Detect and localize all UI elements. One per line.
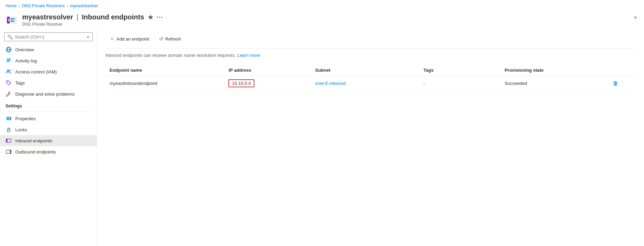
subnet-cell[interactable]: snet-E-inbound (311, 76, 419, 91)
breadcrumb-resolver[interactable]: myeastresolver (70, 3, 98, 8)
sidebar-item-activity-log-label: Activity log (15, 58, 37, 63)
bars-icon (6, 115, 12, 122)
sidebar-item-tags[interactable]: Tags (0, 77, 97, 88)
page-title: Inbound endpoints (82, 13, 144, 21)
sidebar-item-properties-label: Properties (15, 116, 36, 121)
svg-marker-21 (7, 140, 8, 142)
search-box[interactable]: 🔍 « (4, 32, 93, 41)
sidebar-item-properties[interactable]: Properties (0, 113, 97, 124)
resource-subtitle: DNS Private Resolver (22, 22, 628, 27)
col-header-subnet: Subnet (311, 65, 419, 76)
ip-address-cell: 10.10.0.4 (224, 76, 311, 91)
resource-icon (6, 14, 18, 26)
svg-rect-16 (8, 117, 9, 120)
delete-icon[interactable]: 🗑 (613, 80, 618, 86)
sidebar-item-overview[interactable]: Overview (0, 44, 97, 55)
breadcrumb-home[interactable]: Home (6, 3, 17, 8)
sidebar-item-outbound-label: Outbound endpoints (15, 149, 56, 155)
refresh-button[interactable]: ↺ Refresh (155, 34, 185, 44)
resource-name: myeastresolver (22, 13, 73, 21)
sidebar-item-activity-log[interactable]: Activity log (0, 55, 97, 66)
svg-point-12 (7, 70, 9, 72)
svg-rect-15 (7, 117, 8, 120)
delete-cell[interactable]: 🗑 (609, 76, 636, 91)
provisioning-state-cell: Succeeded (501, 76, 609, 91)
sidebar-item-locks-label: Locks (15, 127, 27, 132)
tags-cell: - (419, 76, 500, 91)
svg-rect-18 (7, 130, 10, 132)
endpoints-table: Endpoint name IP address Subnet Tags Pro… (105, 65, 636, 91)
globe-icon (6, 46, 12, 53)
inbound-icon (6, 138, 12, 144)
svg-rect-9 (7, 59, 11, 59)
sidebar-item-inbound-label: Inbound endpoints (15, 138, 52, 143)
sidebar-item-diagnose[interactable]: Diagnose and solve problems (0, 88, 97, 99)
svg-marker-24 (9, 151, 10, 153)
info-bar: Inbound endpoints can receive domain nam… (105, 53, 636, 58)
svg-rect-5 (11, 21, 14, 22)
col-header-tags: Tags (419, 65, 500, 76)
sidebar-item-iam-label: Access control (IAM) (15, 69, 57, 74)
sidebar-item-inbound-endpoints[interactable]: Inbound endpoints (0, 135, 97, 146)
svg-rect-10 (7, 60, 11, 61)
sidebar-item-outbound-endpoints[interactable]: Outbound endpoints (0, 146, 97, 157)
search-icon: 🔍 (7, 34, 13, 39)
table-row: myeastinboundendpoint 10.10.0.4 snet-E-i… (105, 76, 636, 91)
main-content: ＋ Add an endpoint ↺ Refresh Inbound endp… (97, 28, 644, 246)
search-input[interactable] (15, 34, 85, 39)
sidebar-item-overview-label: Overview (15, 47, 34, 52)
breadcrumb: Home › DNS Private Resolvers › myeastres… (0, 0, 644, 10)
ip-value: 10.10.0.4 (228, 79, 254, 87)
add-endpoint-button[interactable]: ＋ Add an endpoint (105, 34, 154, 44)
learn-more-link[interactable]: Learn more (237, 53, 260, 58)
sidebar: 🔍 « Overview Activity log Access control… (0, 28, 97, 246)
breadcrumb-dns-resolvers[interactable]: DNS Private Resolvers (22, 3, 65, 8)
outbound-icon (6, 149, 12, 155)
col-header-action (609, 65, 636, 76)
endpoint-name-cell: myeastinboundendpoint (105, 76, 224, 91)
subnet-link[interactable]: snet-E-inbound (315, 81, 346, 86)
svg-point-14 (8, 82, 8, 82)
list-icon (6, 58, 12, 64)
svg-rect-4 (11, 20, 14, 20)
lock-icon (6, 126, 12, 133)
settings-section-label: Settings (0, 99, 97, 110)
plus-icon: ＋ (110, 36, 114, 42)
people-icon (6, 69, 12, 75)
svg-point-13 (9, 70, 11, 71)
favorite-star[interactable]: ★ (148, 14, 153, 21)
more-options[interactable]: ··· (157, 14, 163, 20)
wrench-icon (6, 91, 12, 97)
refresh-icon: ↺ (159, 36, 163, 42)
collapse-button[interactable]: « (87, 34, 89, 39)
col-header-ip: IP address (224, 65, 311, 76)
svg-rect-11 (7, 61, 9, 62)
col-header-endpoint: Endpoint name (105, 65, 224, 76)
close-button[interactable]: × (633, 13, 638, 22)
svg-rect-17 (10, 117, 11, 120)
toolbar: ＋ Add an endpoint ↺ Refresh (105, 34, 636, 49)
sidebar-item-tags-label: Tags (15, 80, 25, 86)
sidebar-item-diagnose-label: Diagnose and solve problems (15, 91, 75, 97)
sidebar-item-locks[interactable]: Locks (0, 124, 97, 135)
col-header-provisioning: Provisioning state (501, 65, 609, 76)
svg-rect-3 (11, 18, 15, 19)
tag-icon (6, 80, 12, 86)
sidebar-item-access-control[interactable]: Access control (IAM) (0, 66, 97, 77)
